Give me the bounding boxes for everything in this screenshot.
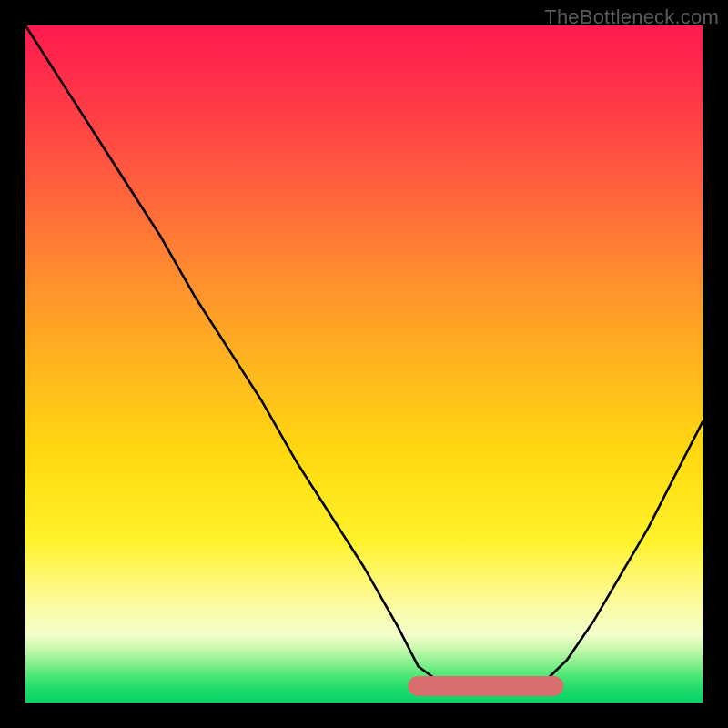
attribution-label: TheBottleneck.com <box>544 5 719 29</box>
chart-frame: TheBottleneck.com <box>0 0 728 728</box>
plot-area <box>25 25 703 703</box>
flat-minimum <box>25 25 703 703</box>
